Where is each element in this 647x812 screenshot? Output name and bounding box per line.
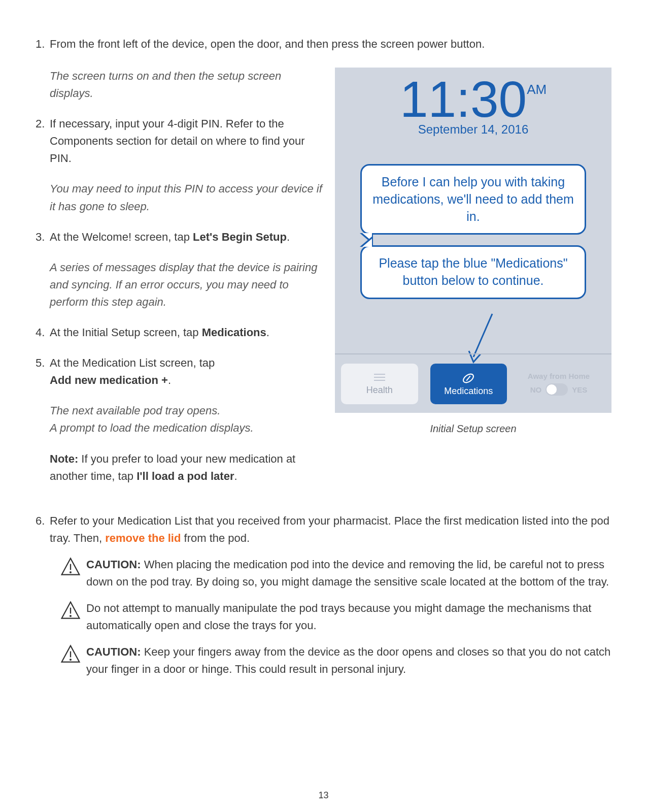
step-number: 1. [36,36,50,52]
clock-date: September 14, 2016 [335,122,611,137]
caution-3: CAUTION: Keep your fingers away from the… [60,643,611,678]
caution-2: Do not attempt to manually manipulate th… [60,600,611,634]
step-text: At the Initial Setup screen, tap Medicat… [50,324,325,341]
step5-note: The next available pod tray opens. A pro… [50,402,325,437]
clock-time: 11:30 [400,74,527,124]
step-number: 5. [36,354,50,389]
text-post: . [287,231,290,243]
bubble-text: Please tap the blue "Medications" button… [379,256,567,287]
bottom-bar: Health Medications Away from Home NO [335,353,611,413]
caution-body: CAUTION: Keep your fingers away from the… [86,643,611,678]
away-toggle[interactable]: NO YES [530,383,588,396]
caution-text: Keep your fingers away from the device a… [86,645,610,675]
svg-point-7 [70,659,71,660]
svg-line-1 [467,376,471,380]
figure-caption: Initial Setup screen [335,423,611,435]
caution-label: CAUTION: [86,645,141,658]
list-icon [371,372,388,383]
step-text: Refer to your Medication List that you r… [50,512,611,547]
step-number: 3. [36,229,50,246]
text-bold: Add new medication + [50,374,168,386]
step-3: 3. At the Welcome! screen, tap Let's Beg… [36,229,325,246]
step-number: 6. [36,512,50,547]
step3-note: A series of messages display that the de… [50,259,325,311]
note-label: Note: [50,452,78,465]
device-screenshot: 11:30AM September 14, 2016 Before I can … [335,68,611,413]
step-6: 6. Refer to your Medication List that yo… [36,512,611,547]
svg-point-5 [70,615,71,616]
step-text: At the Welcome! screen, tap Let's Begin … [50,229,325,246]
button-label: Medications [444,386,493,397]
text-pre: At the Welcome! screen, tap [50,231,193,243]
caution-icon [60,556,86,591]
device-column: 11:30AM September 14, 2016 Before I can … [335,68,611,435]
step-2: 2. If necessary, input your 4-digit PIN.… [36,115,325,167]
caution-label: CAUTION: [86,558,141,571]
caution-1: CAUTION: When placing the medication pod… [60,556,611,591]
step1-note: The screen turns on and then the setup s… [50,68,325,102]
step-text: If necessary, input your 4-digit PIN. Re… [50,115,325,167]
note-bold: I'll load a pod later [137,470,234,482]
clock-area: 11:30AM September 14, 2016 [335,68,611,137]
caution-icon [60,643,86,678]
toggle-yes-label: YES [572,385,587,394]
step2-note: You may need to input this PIN to access… [50,180,325,215]
caution-body: CAUTION: When placing the medication pod… [86,556,611,591]
pill-icon [461,371,476,386]
speech-bubble-2: Please tap the blue "Medications" button… [360,245,586,299]
button-label: Health [366,385,393,396]
caution-icon [60,600,86,634]
svg-point-3 [70,572,71,573]
medications-button[interactable]: Medications [430,364,507,404]
step-text: From the front left of the device, open … [50,36,611,52]
step-number: 2. [36,115,50,167]
toggle-knob [546,383,568,396]
text-highlight: remove the lid [105,532,181,544]
step-text: At the Medication List screen, tap Add n… [50,354,325,389]
note-post: . [234,470,237,482]
step-5: 5. At the Medication List screen, tap Ad… [36,354,325,389]
caution-text: Do not attempt to manually manipulate th… [86,600,611,634]
step-number: 4. [36,324,50,341]
health-button[interactable]: Health [341,364,418,404]
step-4: 4. At the Initial Setup screen, tap Medi… [36,324,325,341]
step5-note2: Note: If you prefer to load your new med… [50,450,325,485]
clock-ampm: AM [527,82,547,98]
text-line1: At the Medication List screen, tap [50,356,215,369]
text-bold: Medications [202,326,266,339]
text-post: from the pod. [181,532,250,544]
away-from-home: Away from Home NO YES [513,364,604,404]
away-label: Away from Home [528,372,590,380]
speech-bubble-1: Before I can help you with taking medica… [360,164,586,235]
toggle-no-label: NO [530,385,542,394]
text-pre: At the Initial Setup screen, tap [50,326,202,339]
text-post: . [266,326,269,339]
bubble-text: Before I can help you with taking medica… [372,175,574,223]
step-1: 1. From the front left of the device, op… [36,36,611,52]
caution-text: When placing the medication pod into the… [86,558,609,588]
text-bold: Let's Begin Setup [193,231,287,243]
page-number: 13 [0,790,647,801]
text-post: . [168,374,171,386]
